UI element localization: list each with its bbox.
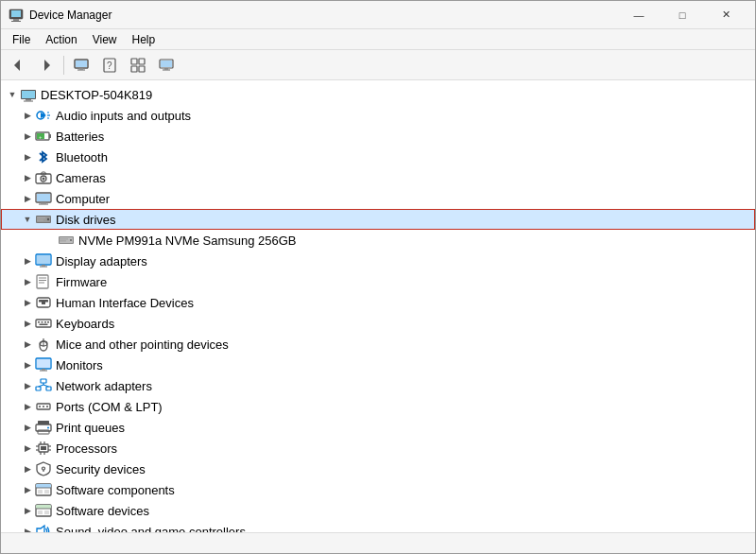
print-toggle[interactable]: ▶ [20,420,35,435]
audio-row[interactable]: ▶ Audio inputs and outputs [1,105,755,126]
mice-toggle[interactable]: ▶ [20,337,35,352]
firmware-row[interactable]: ▶ Firmware [1,271,755,292]
print-row[interactable]: ▶ Print queues [1,417,755,438]
tree-item-audio[interactable]: ▶ Audio inputs and outputs [1,105,755,126]
softdev-row[interactable]: ▶ Software devices [1,500,755,521]
svg-text:?: ? [107,61,112,71]
display-row[interactable]: ▶ Display adapters [1,251,755,271]
back-button[interactable] [5,53,31,78]
hid-toggle[interactable]: ▶ [20,295,35,310]
minimize-button[interactable]: — [617,1,661,29]
tree-item-security[interactable]: ▶ Security devices [1,459,755,479]
svg-rect-44 [37,217,45,218]
close-button[interactable]: ✕ [704,1,747,29]
properties-button[interactable] [153,53,180,78]
menu-help[interactable]: Help [125,31,163,48]
svg-rect-23 [24,101,33,102]
softcomp-toggle[interactable]: ▶ [20,482,35,497]
ports-toggle[interactable]: ▶ [20,399,35,414]
svg-rect-63 [36,320,51,327]
keyboards-row[interactable]: ▶ Keyboa [1,313,755,334]
ports-row[interactable]: ▶ Ports (COM & LPT) [1,396,755,417]
svg-rect-107 [44,490,49,493]
sound-row[interactable]: ▶ Sound, video and game controllers [1,521,755,532]
bluetooth-row[interactable]: ▶ Bluetooth [1,147,755,167]
tree-item-ports[interactable]: ▶ Ports (COM & LPT) [1,396,755,417]
tree-item-softdev[interactable]: ▶ Software devices [1,500,755,521]
firmware-toggle[interactable]: ▶ [20,274,35,289]
batteries-row[interactable]: ▶ + Batteries [1,126,755,147]
network-toggle[interactable]: ▶ [20,378,35,393]
tree-item-firmware[interactable]: ▶ Firmware [1,271,755,292]
svg-rect-21 [22,91,35,98]
softcomp-row[interactable]: ▶ Software components [1,479,755,500]
tree-item-network[interactable]: ▶ Networ [1,375,755,396]
root-item[interactable]: ▼ DESKTOP-504K819 [1,84,755,105]
tree-item-cameras[interactable]: ▶ Cameras [1,167,755,188]
processors-row[interactable]: ▶ [1,438,755,459]
disk-drives-toggle[interactable]: ▼ [20,212,35,227]
batteries-toggle[interactable]: ▶ [20,129,35,144]
sound-toggle[interactable]: ▶ [20,524,35,532]
display-toggle[interactable]: ▶ [20,253,35,268]
computer-toggle[interactable]: ▶ [20,191,35,206]
tree-item-bluetooth[interactable]: ▶ Bluetooth [1,147,755,167]
tree-item-batteries[interactable]: ▶ + Batteries [1,126,755,147]
monitors-row[interactable]: ▶ Monitors [1,355,755,375]
monitors-toggle[interactable]: ▶ [20,357,35,372]
cameras-icon [35,170,52,185]
tree-item-sound[interactable]: ▶ Sound, video and game controllers [1,521,755,532]
tree-root-node[interactable]: ▼ DESKTOP-504K819 [1,84,755,532]
hid-row[interactable]: ▶ Human Interface Devices [1,292,755,313]
help-button[interactable]: ? [96,53,123,78]
display-label: Display adapters [56,254,147,268]
tree-content[interactable]: ▼ DESKTOP-504K819 [1,80,755,532]
disk-drives-label: Disk drives [56,213,116,227]
softdev-label: Software devices [56,504,149,518]
tree-item-disk-drives[interactable]: ▼ Disk drives [1,209,755,251]
softdev-toggle[interactable]: ▶ [20,503,35,518]
svg-rect-17 [161,61,172,67]
menu-action[interactable]: Action [38,31,84,48]
tree-item-mice[interactable]: ▶ Mice and other pointing devices [1,334,755,355]
computer-mgmt-button[interactable] [68,53,94,78]
nvme-icon [58,233,75,248]
softdev-icon [35,503,52,518]
forward-button[interactable] [33,53,60,78]
disk-drives-row[interactable]: ▼ Disk drives [1,209,755,230]
tree-item-print[interactable]: ▶ Print queues [1,417,755,438]
security-row[interactable]: ▶ Security devices [1,459,755,479]
mice-row[interactable]: ▶ Mice and other pointing devices [1,334,755,355]
network-row[interactable]: ▶ Networ [1,375,755,396]
menu-view[interactable]: View [85,31,125,48]
tree-item-processors[interactable]: ▶ [1,438,755,459]
svg-rect-104 [36,484,51,488]
cameras-toggle[interactable]: ▶ [20,170,35,185]
tree-item-softcomp[interactable]: ▶ Software components [1,479,755,500]
tree-item-display[interactable]: ▶ Display adapters [1,251,755,271]
bluetooth-toggle[interactable]: ▶ [20,149,35,164]
svg-rect-3 [11,21,21,22]
tree-item-hid[interactable]: ▶ Human Interface Devices [1,292,755,313]
processors-toggle[interactable]: ▶ [20,441,35,456]
audio-toggle[interactable]: ▶ [20,108,35,123]
print-label: Print queues [56,421,125,435]
maximize-button[interactable]: □ [661,1,704,29]
tree-item-monitors[interactable]: ▶ Monitors [1,355,755,375]
keyboards-toggle[interactable]: ▶ [20,316,35,331]
title-bar: Device Manager — □ ✕ [1,1,755,29]
audio-label: Audio inputs and outputs [56,109,191,123]
menu-file[interactable]: File [5,31,38,48]
svg-rect-65 [42,321,43,323]
computer-row[interactable]: ▶ Computer [1,188,755,209]
tree-item-nvme[interactable]: ▶ [1,230,755,251]
nvme-row[interactable]: ▶ [1,230,755,251]
tree-item-computer[interactable]: ▶ Computer [1,188,755,209]
show-hidden-button[interactable] [125,53,151,78]
root-toggle[interactable]: ▼ [5,87,20,102]
security-toggle[interactable]: ▶ [20,461,35,476]
cameras-row[interactable]: ▶ Cameras [1,167,755,188]
tree-item-keyboards[interactable]: ▶ Keyboa [1,313,755,334]
softcomp-icon [35,482,52,497]
batteries-icon: + [35,129,52,144]
